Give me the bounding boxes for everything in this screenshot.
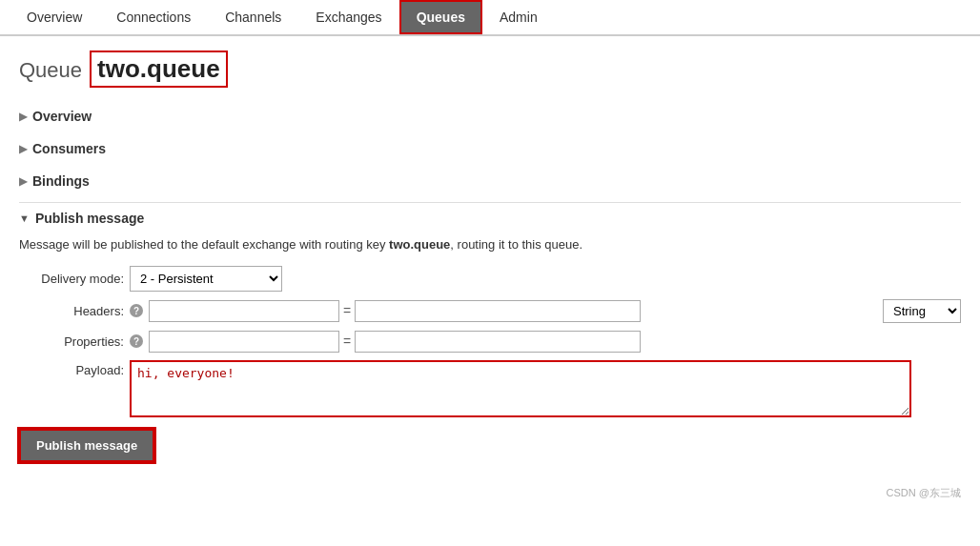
properties-value-input[interactable] xyxy=(355,331,641,353)
section-consumers: ▶ Consumers xyxy=(19,137,961,160)
nav-item-admin[interactable]: Admin xyxy=(482,0,555,34)
nav-item-channels[interactable]: Channels xyxy=(208,0,298,34)
delivery-mode-row: Delivery mode: 1 - Non-persistent 2 - Pe… xyxy=(19,266,961,292)
section-overview: ▶ Overview xyxy=(19,105,961,128)
headers-label: Headers: xyxy=(19,304,124,318)
properties-eq-sign: = xyxy=(343,334,351,349)
delivery-mode-label: Delivery mode: xyxy=(19,272,124,286)
queue-name: two.queue xyxy=(90,51,228,88)
properties-label: Properties: xyxy=(19,334,124,349)
nav-item-connections[interactable]: Connections xyxy=(99,0,208,34)
section-consumers-header[interactable]: ▶ Consumers xyxy=(19,137,961,160)
headers-help-icon[interactable]: ? xyxy=(130,304,143,317)
publish-message-section: ▼ Publish message Message will be publis… xyxy=(19,202,961,462)
bindings-arrow-icon: ▶ xyxy=(19,175,27,188)
footer-text: CSDN @东三城 xyxy=(887,487,961,498)
top-navigation: Overview Connections Channels Exchanges … xyxy=(0,0,980,36)
section-overview-label: Overview xyxy=(32,109,92,124)
nav-item-exchanges[interactable]: Exchanges xyxy=(298,0,398,34)
payload-label: Payload: xyxy=(19,360,124,377)
page-body: Queue two.queue ▶ Overview ▶ Consumers ▶… xyxy=(0,36,980,476)
section-overview-header[interactable]: ▶ Overview xyxy=(19,105,961,128)
properties-key-input[interactable] xyxy=(149,331,339,353)
payload-row: Payload: hi, everyone! xyxy=(19,360,961,417)
nav-item-overview[interactable]: Overview xyxy=(10,0,99,34)
publish-info-suffix: , routing it to this queue. xyxy=(450,237,582,252)
properties-input-pair: = xyxy=(149,331,961,353)
publish-info-text: Message will be published to the default… xyxy=(19,237,389,252)
publish-section-header[interactable]: ▼ Publish message xyxy=(19,211,961,226)
publish-info-queue: two.queue xyxy=(389,237,450,252)
section-bindings-label: Bindings xyxy=(32,173,90,189)
headers-type-select[interactable]: String Number Boolean xyxy=(883,299,961,323)
publish-message-button[interactable]: Publish message xyxy=(19,429,154,462)
properties-help-icon[interactable]: ? xyxy=(130,334,143,348)
properties-row: Properties: ? = xyxy=(19,331,961,353)
section-bindings: ▶ Bindings xyxy=(19,170,961,192)
consumers-arrow-icon: ▶ xyxy=(19,143,27,155)
page-footer: CSDN @东三城 xyxy=(0,476,980,510)
headers-value-input[interactable] xyxy=(355,300,641,322)
headers-input-pair: = xyxy=(149,300,869,322)
queue-label: Queue xyxy=(19,58,82,83)
delivery-mode-select[interactable]: 1 - Non-persistent 2 - Persistent xyxy=(130,266,282,292)
headers-row: Headers: ? = String Number Boolean xyxy=(19,299,961,323)
publish-arrow-icon: ▼ xyxy=(19,212,30,224)
section-bindings-header[interactable]: ▶ Bindings xyxy=(19,170,961,192)
publish-section-label: Publish message xyxy=(35,211,144,226)
section-consumers-label: Consumers xyxy=(32,141,106,156)
payload-textarea[interactable]: hi, everyone! xyxy=(130,360,911,417)
headers-key-input[interactable] xyxy=(149,300,339,322)
queue-title: Queue two.queue xyxy=(19,51,961,88)
nav-item-queues[interactable]: Queues xyxy=(399,0,482,34)
overview-arrow-icon: ▶ xyxy=(19,111,27,123)
headers-eq-sign: = xyxy=(343,303,351,318)
publish-info: Message will be published to the default… xyxy=(19,235,961,254)
